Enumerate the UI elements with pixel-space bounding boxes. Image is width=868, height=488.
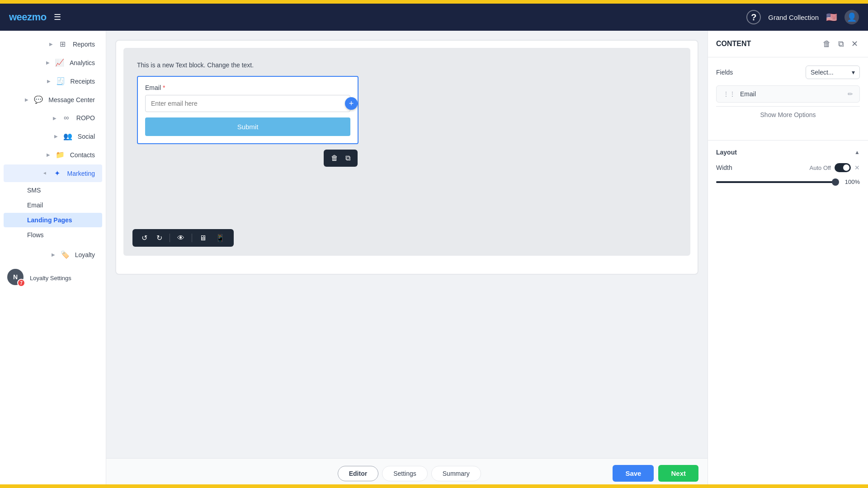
canvas-container: This is a new Text block. Change the tex… <box>115 40 698 275</box>
drag-handle-icon[interactable]: ⋮⋮ <box>723 90 736 98</box>
slider-value: 100% <box>842 178 860 185</box>
fields-label: Fields <box>716 69 733 76</box>
sidebar-subitem-sms-label: SMS <box>27 187 41 194</box>
top-border <box>0 0 868 4</box>
width-controls: Auto Off ✕ <box>810 163 860 172</box>
app-logo: weezmo <box>9 11 47 23</box>
user-avatar[interactable]: 👤 <box>844 10 859 24</box>
tab-summary[interactable]: Summary <box>431 466 481 481</box>
header-right: ? Grand Collection 🇺🇸 👤 <box>746 10 859 24</box>
fields-select-value: Select... <box>811 69 834 76</box>
canvas-inner[interactable]: This is a new Text block. Change the tex… <box>123 48 690 256</box>
sidebar-item-receipts-label: Receipts <box>71 78 95 85</box>
tab-settings[interactable]: Settings <box>382 466 428 481</box>
content-area: This is a new Text block. Change the tex… <box>106 31 708 488</box>
social-icon: 👥 <box>63 132 72 141</box>
sidebar-subitem-landing-pages[interactable]: Landing Pages <box>4 213 102 227</box>
right-panel: CONTENT 🗑 ⧉ ✕ Fields Select... ▾ ⋮⋮ <box>708 31 868 488</box>
required-indicator: * <box>163 84 165 91</box>
sidebar-subitem-email[interactable]: Email <box>4 198 102 212</box>
panel-header-actions: 🗑 ⧉ ✕ <box>821 37 860 51</box>
duplicate-block-button[interactable]: ⧉ <box>343 152 353 164</box>
toolbar-divider <box>170 234 170 242</box>
sidebar-item-marketing[interactable]: ▼ ✦ Marketing <box>4 164 102 182</box>
analytics-icon: 📈 <box>55 58 64 67</box>
text-block: This is a new Text block. Change the tex… <box>137 61 677 69</box>
redo-button[interactable]: ↻ <box>153 232 166 244</box>
sidebar-item-reports-label: Reports <box>73 41 95 48</box>
sidebar-item-analytics[interactable]: ▶ 📈 Analytics <box>4 54 102 71</box>
panel-title: CONTENT <box>716 40 751 48</box>
field-edit-icon[interactable]: ✏ <box>848 90 853 98</box>
sidebar-subitem-sms[interactable]: SMS <box>4 183 102 197</box>
sidebar-subitem-flows-label: Flows <box>27 231 44 239</box>
slider-fill <box>716 181 834 183</box>
hamburger-menu-icon[interactable]: ☰ <box>54 12 61 22</box>
email-label: Email * <box>145 84 350 91</box>
delete-block-button[interactable]: 🗑 <box>328 152 341 164</box>
email-input[interactable] <box>145 95 350 112</box>
marketing-icon: ✦ <box>53 169 62 178</box>
mobile-view-button[interactable]: 📱 <box>212 232 228 244</box>
panel-header: CONTENT 🗑 ⧉ ✕ <box>708 31 868 57</box>
sidebar-subitem-flows[interactable]: Flows <box>4 228 102 242</box>
message-center-icon: 💬 <box>34 95 43 104</box>
tab-editor[interactable]: Editor <box>338 466 378 481</box>
field-item-left: ⋮⋮ Email <box>723 90 756 98</box>
slider-thumb[interactable] <box>832 178 839 186</box>
chevron-reports-icon: ▶ <box>49 42 53 47</box>
sidebar-item-analytics-label: Analytics <box>70 59 95 66</box>
chevron-loyalty-icon: ▶ <box>52 252 55 257</box>
sidebar-item-social-label: Social <box>78 133 95 140</box>
width-row: Width Auto Off ✕ <box>716 163 860 172</box>
loyalty-icon: 🏷️ <box>61 250 70 259</box>
receipts-icon: 🧾 <box>56 77 65 85</box>
chevron-receipts-icon: ▶ <box>47 79 51 84</box>
add-field-button[interactable]: + <box>345 97 358 110</box>
page-tabs: Editor Settings Summary <box>338 466 481 481</box>
sidebar-subitem-email-label: Email <box>27 202 43 209</box>
field-item-email-label: Email <box>740 90 756 98</box>
show-more-options-button[interactable]: Show More Options <box>716 106 860 123</box>
preview-button[interactable]: 👁 <box>174 232 188 244</box>
sidebar-item-ropo[interactable]: ▶ ∞ ROPO <box>4 109 102 127</box>
chevron-contacts-icon: ▶ <box>47 152 50 157</box>
user-notif-avatar: N 7 <box>7 269 25 287</box>
panel-duplicate-button[interactable]: ⧉ <box>836 37 846 51</box>
toggle-close-icon[interactable]: ✕ <box>854 164 860 171</box>
save-button[interactable]: Save <box>613 465 654 482</box>
sidebar-item-loyalty-label: Loyalty <box>75 251 95 258</box>
panel-delete-button[interactable]: 🗑 <box>821 37 833 51</box>
sidebar-item-reports[interactable]: ▶ ⊞ Reports <box>4 35 102 53</box>
submit-button[interactable]: Submit <box>145 117 350 136</box>
sidebar-item-contacts-label: Contacts <box>70 151 95 159</box>
loyalty-settings-label: Loyalty Settings <box>30 275 71 282</box>
slider-row: 100% <box>716 178 860 185</box>
chevron-ropo-icon: ▶ <box>53 116 57 121</box>
sidebar-item-message-center[interactable]: ▶ 💬 Message Center <box>4 91 102 108</box>
loyalty-settings-item[interactable]: N 7 Loyalty Settings <box>0 265 106 291</box>
sidebar-item-social[interactable]: ▶ 👥 Social <box>4 127 102 145</box>
auto-off-toggle[interactable] <box>835 163 851 172</box>
fields-select-dropdown[interactable]: Select... ▾ <box>806 66 860 79</box>
layout-section: Layout ▲ Width Auto Off ✕ 100% <box>708 140 868 193</box>
bottom-actions: Save Next <box>613 465 698 482</box>
help-icon[interactable]: ? <box>746 10 761 24</box>
width-slider[interactable] <box>716 181 836 183</box>
sidebar-subitem-landing-pages-label: Landing Pages <box>27 216 72 224</box>
sidebar: ▶ ⊞ Reports ▶ 📈 Analytics ▶ 🧾 Receipts ▶… <box>0 31 106 488</box>
contacts-icon: 📁 <box>56 150 65 159</box>
sidebar-item-contacts[interactable]: ▶ 📁 Contacts <box>4 146 102 164</box>
reports-icon: ⊞ <box>58 40 67 48</box>
desktop-view-button[interactable]: 🖥 <box>196 232 210 244</box>
chevron-message-center-icon: ▶ <box>25 97 28 102</box>
layout-section-header[interactable]: Layout ▲ <box>716 149 860 156</box>
editor-toolbar: ↺ ↻ 👁 🖥 📱 <box>132 229 234 247</box>
chevron-marketing-icon: ▼ <box>42 171 47 176</box>
sidebar-item-receipts[interactable]: ▶ 🧾 Receipts <box>4 72 102 90</box>
ropo-icon: ∞ <box>62 114 71 122</box>
undo-button[interactable]: ↺ <box>138 232 151 244</box>
panel-close-button[interactable]: ✕ <box>849 37 860 51</box>
next-button[interactable]: Next <box>658 465 698 482</box>
sidebar-item-loyalty[interactable]: ▶ 🏷️ Loyalty <box>4 246 102 263</box>
